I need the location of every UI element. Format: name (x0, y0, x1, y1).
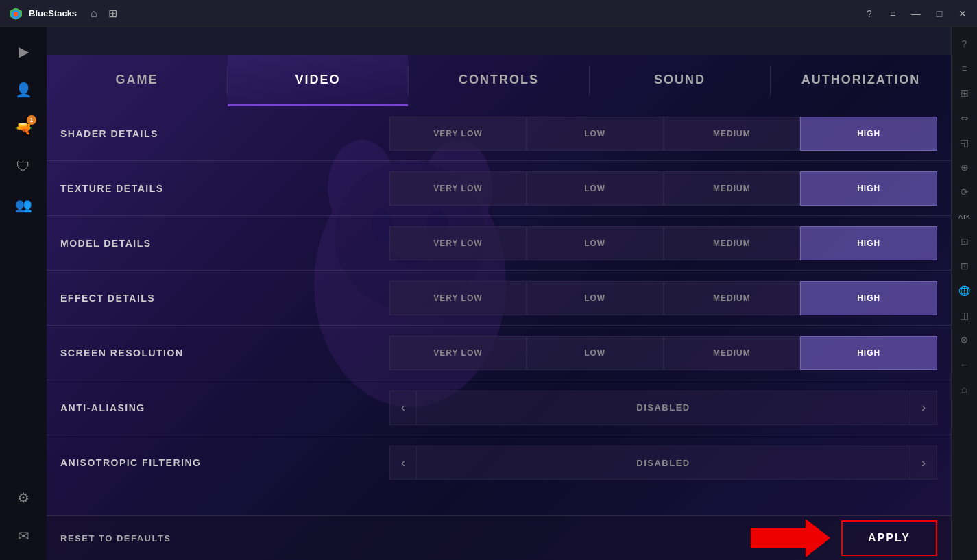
settings-icon: ⚙ (17, 489, 29, 506)
left-sidebar: ▶ 👤 🔫 1 🛡 👥 ⚙ ✉ (0, 27, 47, 560)
tab-video[interactable]: VIDEO (228, 55, 408, 106)
texture-very-low[interactable]: VERY LOW (389, 171, 527, 206)
settings-row-texture: TEXTURE DETAILS VERY LOW LOW MEDIUM HIGH (47, 161, 951, 216)
shader-very-low[interactable]: VERY LOW (389, 117, 527, 151)
rs-screen-icon[interactable]: ⊞ (954, 82, 976, 104)
close-button[interactable]: ✕ (956, 8, 969, 19)
rs-home-icon[interactable]: ⌂ (954, 378, 976, 400)
resolution-label: SCREEN RESOLUTION (60, 348, 389, 358)
menu-button[interactable]: ≡ (886, 8, 899, 19)
gun-badge: 1 (27, 115, 36, 125)
settings-row-model: MODEL DETAILS VERY LOW LOW MEDIUM HIGH (47, 216, 951, 271)
sidebar-item-gun[interactable]: 🔫 1 (6, 111, 40, 145)
minimize-button[interactable]: — (910, 8, 922, 19)
effect-medium[interactable]: MEDIUM (664, 281, 801, 315)
mail-icon: ✉ (18, 528, 29, 544)
users-icon: 👥 (15, 197, 32, 213)
model-high[interactable]: HIGH (800, 226, 937, 260)
apply-button[interactable]: APPLY (841, 520, 937, 556)
settings-row-resolution: SCREEN RESOLUTION VERY LOW LOW MEDIUM HI… (47, 326, 951, 380)
app-name: BlueStacks (29, 8, 77, 19)
model-quality-options: VERY LOW LOW MEDIUM HIGH (389, 226, 937, 260)
model-label: MODEL DETAILS (60, 238, 389, 249)
shader-label: SHADER DETAILS (60, 128, 389, 139)
reset-defaults-button[interactable]: RESET TO DEFAULTS (60, 533, 171, 544)
sidebar-item-play[interactable]: ▶ (6, 34, 40, 69)
settings-row-shader: SHADER DETAILS VERY LOW LOW MEDIUM HIGH (47, 106, 951, 161)
play-icon: ▶ (19, 43, 29, 60)
title-bar-nav: ⌂ ⊞ (91, 7, 117, 20)
sidebar-item-shield[interactable]: 🛡 (6, 149, 40, 184)
anisotropic-prev-button[interactable]: ‹ (389, 446, 417, 480)
tab-game[interactable]: GAME (47, 55, 227, 106)
rs-gear-icon[interactable]: ⚙ (954, 329, 976, 351)
shader-medium[interactable]: MEDIUM (664, 117, 801, 151)
tab-authorization[interactable]: AUTHORIZATION (771, 55, 951, 106)
tab-bar: GAME VIDEO CONTROLS SOUND AUTHORIZATION (47, 55, 951, 106)
apply-section: APPLY (751, 519, 937, 557)
home-nav-icon[interactable]: ⌂ (91, 8, 97, 20)
antialiasing-label: ANTI-ALIASING (60, 402, 389, 413)
app-logo: BlueStacks (8, 6, 77, 21)
sidebar-item-user[interactable]: 👤 (6, 73, 40, 107)
shield-icon: 🛡 (16, 159, 30, 175)
sidebar-item-settings[interactable]: ⚙ (6, 480, 40, 515)
svg-marker-2 (14, 12, 18, 17)
rs-back-icon[interactable]: ← (954, 354, 976, 376)
model-very-low[interactable]: VERY LOW (389, 226, 527, 260)
antialiasing-toggle: ‹ DISABLED › (389, 391, 937, 425)
texture-high[interactable]: HIGH (800, 171, 937, 206)
settings-row-antialiasing: ANTI-ALIASING ‹ DISABLED › (47, 380, 951, 435)
tab-controls[interactable]: CONTROLS (409, 55, 589, 106)
resolution-very-low[interactable]: VERY LOW (389, 336, 527, 370)
antialiasing-next-button[interactable]: › (910, 391, 937, 425)
tab-sound[interactable]: SOUND (590, 55, 770, 106)
rs-atk-icon[interactable]: ATK (954, 206, 976, 228)
effect-high[interactable]: HIGH (800, 281, 937, 315)
rs-menu-icon[interactable]: ≡ (954, 58, 976, 80)
rs-grid-icon[interactable]: ⊡ (954, 230, 976, 252)
apply-arrow-indicator (751, 519, 830, 557)
main-content: GAME VIDEO CONTROLS SOUND AUTHORIZATION … (47, 55, 951, 560)
rs-grid2-icon[interactable]: ⊡ (954, 255, 976, 277)
windows-nav-icon[interactable]: ⊞ (108, 7, 117, 20)
rs-resize-icon[interactable]: ⇔ (954, 107, 976, 129)
effect-very-low[interactable]: VERY LOW (389, 281, 527, 315)
rs-add-icon[interactable]: ⊕ (954, 156, 976, 178)
model-low[interactable]: LOW (527, 226, 664, 260)
resolution-medium[interactable]: MEDIUM (664, 336, 801, 370)
rs-window-icon[interactable]: ◱ (954, 132, 976, 154)
effect-label: EFFECT DETAILS (60, 293, 389, 304)
antialiasing-prev-button[interactable]: ‹ (389, 391, 417, 425)
arrow-body (751, 528, 806, 548)
shader-low[interactable]: LOW (527, 117, 664, 151)
effect-low[interactable]: LOW (527, 281, 664, 315)
texture-label: TEXTURE DETAILS (60, 183, 389, 194)
shader-high[interactable]: HIGH (800, 117, 937, 151)
resolution-quality-options: VERY LOW LOW MEDIUM HIGH (389, 336, 937, 370)
effect-quality-options: VERY LOW LOW MEDIUM HIGH (389, 281, 937, 315)
rs-globe-icon[interactable]: 🌐 (954, 280, 976, 302)
help-button[interactable]: ? (863, 8, 876, 19)
bluestacks-logo-icon (8, 6, 23, 21)
sidebar-item-mail[interactable]: ✉ (6, 519, 40, 553)
rs-refresh-icon[interactable]: ⟳ (954, 181, 976, 203)
title-bar: BlueStacks ⌂ ⊞ ? ≡ — □ ✕ (0, 0, 977, 27)
resolution-high[interactable]: HIGH (800, 336, 937, 370)
settings-row-anisotropic: ANISOTROPIC FILTERING ‹ DISABLED › (47, 435, 951, 490)
texture-medium[interactable]: MEDIUM (664, 171, 801, 206)
right-sidebar: ? ≡ ⊞ ⇔ ◱ ⊕ ⟳ ATK ⊡ ⊡ 🌐 ◫ ⚙ ← ⌂ (951, 27, 977, 560)
sidebar-item-users[interactable]: 👥 (6, 188, 40, 222)
maximize-button[interactable]: □ (933, 8, 945, 19)
window-controls: ? ≡ — □ ✕ (863, 8, 969, 19)
anisotropic-label: ANISOTROPIC FILTERING (60, 457, 389, 468)
anisotropic-next-button[interactable]: › (910, 446, 937, 480)
shader-quality-options: VERY LOW LOW MEDIUM HIGH (389, 117, 937, 151)
resolution-low[interactable]: LOW (527, 336, 664, 370)
rs-layout-icon[interactable]: ◫ (954, 304, 976, 326)
texture-low[interactable]: LOW (527, 171, 664, 206)
rs-help-icon[interactable]: ? (954, 33, 976, 55)
settings-table: SHADER DETAILS VERY LOW LOW MEDIUM HIGH … (47, 106, 951, 515)
model-medium[interactable]: MEDIUM (664, 226, 801, 260)
sidebar-bottom: ⚙ ✉ (6, 480, 40, 560)
